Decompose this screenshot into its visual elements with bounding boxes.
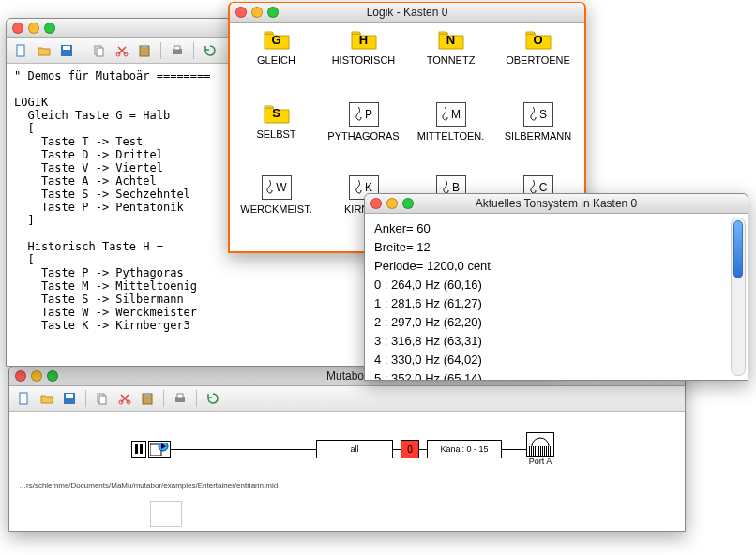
logik-item[interactable]: MMITTELTOEN. [408, 102, 493, 168]
close-icon[interactable] [235, 7, 247, 18]
port-label: Port A [529, 457, 552, 466]
logik-item[interactable]: OOBERTOENE [495, 28, 581, 94]
svg-rect-13 [66, 394, 73, 398]
zoom-icon[interactable] [402, 198, 414, 209]
logik-item-label: SILBERMANN [505, 130, 572, 142]
minimize-icon[interactable] [386, 198, 398, 209]
svg-rect-11 [20, 393, 27, 404]
refresh-icon[interactable] [201, 41, 219, 60]
tonsystem-line: 4 : 330,0 Hz (64,02) [374, 351, 738, 369]
folder-icon[interactable]: N [437, 28, 465, 51]
tonsystem-line: 5 : 352,0 Hz (65,14) [374, 369, 738, 380]
logik-item-label: OBERTOENE [506, 54, 570, 66]
traffic-lights [12, 22, 55, 34]
svg-rect-19 [144, 393, 150, 396]
minimize-icon[interactable] [31, 370, 42, 382]
tonsystem-line: 2 : 297,0 Hz (62,20) [374, 313, 738, 332]
logik-item-label: TONNETZ [427, 54, 476, 66]
tonsystem-line: 3 : 316,8 Hz (63,31) [374, 332, 738, 351]
copy-icon[interactable] [90, 41, 109, 60]
logik-item-label: MITTELTOEN. [417, 130, 485, 142]
close-icon[interactable] [15, 370, 26, 382]
file-path-label: …rs/schlemme/Documents/MaMu/mutabor/exam… [9, 481, 685, 489]
minimize-icon[interactable] [28, 22, 39, 34]
logik-item-label: HISTORISCH [332, 54, 396, 66]
tonsystem-line: Anker= 60 [374, 219, 738, 238]
tonsystem-line: 1 : 281,6 Hz (61,27) [374, 294, 738, 313]
print-icon[interactable] [168, 41, 187, 60]
logik-item[interactable]: GGLEICH [234, 28, 319, 94]
save-icon[interactable] [57, 41, 76, 60]
svg-rect-4 [97, 48, 103, 56]
logik-item[interactable]: NTONNETZ [408, 28, 493, 94]
tuning-icon[interactable]: W [262, 175, 292, 200]
logik-item[interactable]: SSILBERMANN [495, 102, 581, 168]
folder-icon[interactable]: O [524, 28, 552, 51]
routing-diagram: all 0 Kanal: 0 - 15 Port A [9, 412, 685, 481]
tonsystem-line: Periode= 1200,0 cent [374, 257, 738, 276]
folder-icon[interactable]: G [263, 28, 291, 51]
refresh-icon[interactable] [204, 389, 222, 408]
zoom-icon[interactable] [44, 22, 55, 34]
open-folder-icon[interactable] [38, 389, 56, 408]
cut-icon[interactable] [115, 389, 134, 408]
close-icon[interactable] [370, 198, 382, 209]
mutabor-window: Mutabor all 0 Kanal: 0 - 15 [8, 366, 686, 532]
folder-icon[interactable]: S [263, 102, 291, 125]
pause-button[interactable] [131, 441, 146, 458]
midi-port-icon[interactable] [526, 432, 554, 457]
new-file-icon[interactable] [15, 389, 34, 408]
paste-icon[interactable] [135, 41, 154, 60]
logik-item-label: PYTHAGORAS [327, 130, 399, 142]
folder-icon[interactable]: H [350, 28, 378, 51]
scroll-thumb[interactable] [733, 220, 743, 278]
window-title: Aktuelles Tonsystem in Kasten 0 [365, 197, 748, 210]
copy-icon[interactable] [93, 389, 112, 408]
minimize-icon[interactable] [251, 7, 263, 18]
logik-item-label: GLEICH [257, 54, 295, 66]
tonsystem-window: Aktuelles Tonsystem in Kasten 0 Anker= 6… [364, 193, 748, 381]
tuning-icon[interactable]: P [349, 102, 379, 127]
open-folder-icon[interactable] [35, 41, 53, 60]
tonsystem-body: Anker= 60Breite= 12Periode= 1200,0 cent … [365, 214, 748, 380]
logik-item[interactable]: PPYTHAGORAS [321, 102, 406, 168]
logik-item-label: SELBST [256, 128, 295, 140]
tuning-icon[interactable]: M [436, 102, 466, 127]
scrollbar[interactable] [731, 218, 746, 376]
zoom-icon[interactable] [267, 7, 279, 18]
svg-rect-21 [177, 394, 183, 398]
empty-slot[interactable] [150, 501, 182, 527]
logik-item-label: WERCKMEIST. [240, 203, 311, 215]
svg-rect-0 [17, 45, 24, 56]
filter-all-node[interactable]: all [316, 440, 393, 458]
logik-item[interactable]: WWERCKMEIST. [234, 175, 319, 241]
tuning-icon[interactable]: S [523, 102, 553, 127]
window-title: Logik - Kasten 0 [230, 6, 584, 19]
svg-rect-15 [99, 396, 106, 404]
svg-rect-23 [140, 444, 143, 454]
box-node[interactable]: 0 [401, 440, 419, 458]
play-file-button[interactable] [148, 441, 171, 458]
toolbar [9, 386, 685, 412]
logik-item[interactable]: SSELBST [234, 102, 319, 168]
new-file-icon[interactable] [12, 41, 31, 60]
tonsystem-line: 0 : 264,0 Hz (60,16) [374, 276, 738, 294]
svg-rect-10 [174, 46, 180, 50]
titlebar[interactable]: Aktuelles Tonsystem in Kasten 0 [365, 194, 748, 214]
titlebar[interactable]: Logik - Kasten 0 [230, 3, 584, 22]
svg-point-26 [532, 438, 549, 446]
svg-rect-2 [63, 46, 70, 50]
svg-rect-22 [135, 444, 138, 454]
close-icon[interactable] [12, 22, 23, 34]
paste-icon[interactable] [138, 389, 157, 408]
zoom-icon[interactable] [47, 370, 58, 382]
save-icon[interactable] [60, 389, 79, 408]
cut-icon[interactable] [113, 41, 131, 60]
print-icon[interactable] [171, 389, 189, 408]
channel-node[interactable]: Kanal: 0 - 15 [427, 440, 502, 458]
svg-rect-8 [142, 45, 147, 48]
tonsystem-line: Breite= 12 [374, 238, 738, 257]
logik-item[interactable]: HHISTORISCH [321, 28, 406, 94]
